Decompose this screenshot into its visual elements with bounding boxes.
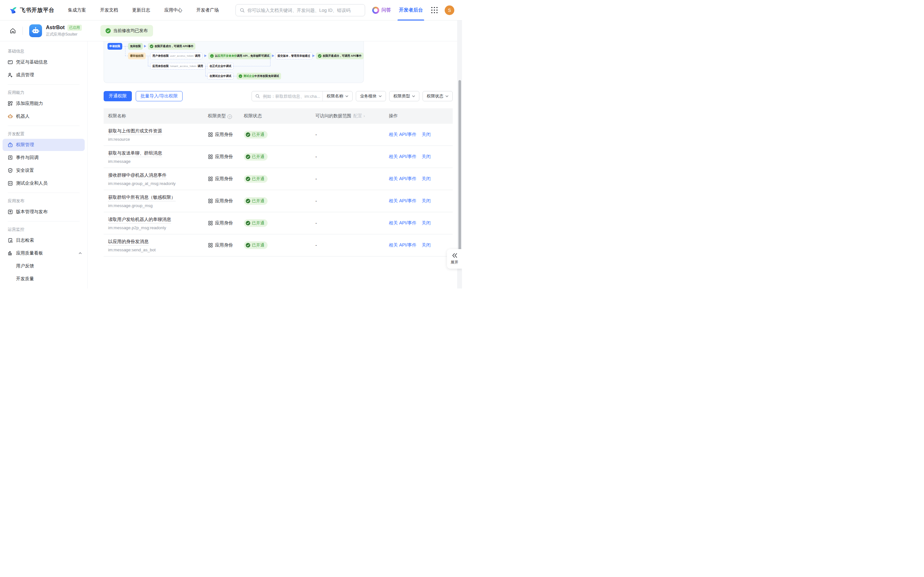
main-content: 申请权限 免审权限 权限开通成功，可调用 API/事件 需审核权限 用户身份权限… <box>87 41 462 288</box>
status-badge: 已开通 <box>244 175 268 183</box>
app-identity-icon <box>208 132 213 137</box>
check-circle-icon <box>246 155 250 159</box>
close-permission-link[interactable]: 关闭 <box>422 242 431 248</box>
add-capability-icon <box>8 101 13 106</box>
global-search-input[interactable] <box>247 8 361 13</box>
header-data-scope: 可访问的数据范围配置 › <box>315 113 389 119</box>
check-circle-icon <box>150 45 153 48</box>
sidebar-item-permissions[interactable]: 权限管理 <box>3 139 85 151</box>
permission-code: im:message.group_at_msg:readonly <box>108 181 208 186</box>
filter-business-module[interactable]: 业务模块 <box>356 91 386 101</box>
sidebar-item-bot[interactable]: 机器人 <box>3 110 85 122</box>
permission-code: im:resource <box>108 137 208 142</box>
sidebar-item-events[interactable]: 事件与回调 <box>3 152 85 164</box>
app-name: AstrBot <box>46 25 65 31</box>
flow-dev-debug: ‹› 以应用开发者身份调用 API，免审核即可调试 <box>208 53 271 59</box>
publish-status-banner: 当前修改均已发布 <box>100 25 153 37</box>
user-avatar[interactable]: S <box>445 5 454 15</box>
check-circle-icon <box>246 243 250 247</box>
batch-import-export-button[interactable]: 批量导入/导出权限 <box>136 91 183 101</box>
permission-name: 读取用户发给机器人的单聊消息 <box>108 217 171 223</box>
related-api-link[interactable]: 相关 API/事件 <box>389 220 417 226</box>
chevron-up-icon[interactable] <box>78 251 82 255</box>
flow-success-2: 权限开通成功，可调用 API/事件 <box>316 53 363 59</box>
close-permission-link[interactable]: 关闭 <box>422 132 431 137</box>
sidebar-item-add-capability[interactable]: 添加应用能力 <box>3 97 85 110</box>
close-permission-link[interactable]: 关闭 <box>422 220 431 226</box>
robot-app-icon <box>31 27 40 35</box>
developer-console-tab[interactable]: 开发者后台 <box>399 0 423 21</box>
app-identity-icon <box>208 176 213 181</box>
app-launcher-icon[interactable] <box>431 7 438 13</box>
data-scope: - <box>315 132 317 137</box>
permission-name: 获取与上传图片或文件资源 <box>108 128 162 135</box>
sidebar-item-quality-board[interactable]: 应用质量看板 <box>3 247 85 259</box>
status-badge: 已开通 <box>244 153 268 161</box>
global-search-box[interactable] <box>236 4 365 16</box>
sidebar-item-logs[interactable]: 日志检索 <box>3 234 85 247</box>
chart-icon <box>8 251 13 256</box>
section-dev-config: 开发配置 <box>8 131 79 137</box>
sidebar-item-release[interactable]: 版本管理与发布 <box>3 206 85 218</box>
sidebar-item-user-feedback[interactable]: 用户反馈 <box>3 260 85 272</box>
related-api-link[interactable]: 相关 API/事件 <box>389 154 417 160</box>
brand-logo[interactable]: 飞书开放平台 <box>9 6 55 15</box>
publish-status-text: 当前修改均已发布 <box>113 28 148 34</box>
nav-item-dev-plaza[interactable]: 开发者广场 <box>196 7 219 13</box>
expand-panel-button[interactable]: 展开 <box>447 249 462 269</box>
permissions-table: 权限名称 权限类型? 权限状态 可访问的数据范围配置 › 操作 获取与上传图片或… <box>103 108 453 256</box>
scope-config-link[interactable]: 配置 › <box>353 113 365 118</box>
permission-name: 获取与发送单聊、群组消息 <box>108 150 162 157</box>
data-scope: - <box>315 221 317 226</box>
filter-permission-status[interactable]: 权限状态 <box>423 91 453 101</box>
help-icon[interactable]: ? <box>228 114 232 119</box>
home-icon[interactable] <box>10 27 16 34</box>
active-tab-underline <box>397 19 424 21</box>
qa-link[interactable]: 问答 <box>372 7 391 14</box>
brand-name: 飞书开放平台 <box>20 6 55 14</box>
permission-flow-diagram: 申请权限 免审权限 权限开通成功，可调用 API/事件 需审核权限 用户身份权限… <box>103 41 364 83</box>
header-permission-type: 权限类型? <box>208 113 244 119</box>
nav-item-app-center[interactable]: 应用中心 <box>164 7 182 13</box>
check-circle-icon <box>318 54 321 58</box>
close-permission-link[interactable]: 关闭 <box>422 198 431 204</box>
open-permission-button[interactable]: 开通权限 <box>103 91 132 101</box>
check-circle-icon <box>246 177 250 181</box>
sidebar-item-dev-quality[interactable]: 开发质量 <box>3 273 85 285</box>
related-api-link[interactable]: 相关 API/事件 <box>389 176 417 182</box>
search-icon <box>255 93 260 99</box>
data-scope: - <box>315 198 317 203</box>
filter-permission-type[interactable]: 权限类型 <box>389 91 419 101</box>
flow-tenant-scope-box: 应用身份权限tenant_access_token调用 <box>150 63 205 69</box>
expand-label: 展开 <box>451 259 459 265</box>
nav-item-docs[interactable]: 开发文档 <box>100 7 118 13</box>
sidebar-item-security[interactable]: 安全设置 <box>3 164 85 177</box>
sidebar-item-credentials[interactable]: 凭证与基础信息 <box>3 56 85 68</box>
related-api-link[interactable]: 相关 API/事件 <box>389 198 417 204</box>
filter-permission-name[interactable]: 权限名称 <box>323 93 352 99</box>
related-api-link[interactable]: 相关 API/事件 <box>389 132 417 137</box>
status-badge: 已开通 <box>244 242 268 249</box>
permission-search-input[interactable] <box>263 94 320 99</box>
top-nav: 飞书开放平台 集成方案 开发文档 更新日志 应用中心 开发者广场 问答 开发者后… <box>0 0 462 21</box>
section-capabilities: 应用能力 <box>8 90 79 95</box>
sidebar-item-test-company[interactable]: 测试企业和人员 <box>3 177 85 189</box>
nav-item-changelog[interactable]: 更新日志 <box>132 7 150 13</box>
section-release: 应用发布 <box>8 198 79 204</box>
nav-item-integrations[interactable]: 集成方案 <box>68 7 86 13</box>
status-badge: 已开通 <box>244 219 268 227</box>
events-icon <box>8 155 13 160</box>
permission-type: 应用身份 <box>208 132 244 137</box>
arrow-icon <box>272 55 274 57</box>
flow-user-scope-box: 用户身份权限user_access_token调用 <box>150 53 202 59</box>
status-badge: 已开通 <box>244 131 268 139</box>
close-permission-link[interactable]: 关闭 <box>422 154 431 160</box>
permission-name: 以应用的身份发消息 <box>108 239 149 245</box>
app-subtitle: 正式应用@Soulter <box>46 32 82 37</box>
scrollbar-thumb[interactable] <box>459 80 461 263</box>
sidebar-item-members[interactable]: 成员管理 <box>3 69 85 81</box>
enabled-badge: 已启用 <box>67 25 82 31</box>
status-badge: 已开通 <box>244 197 268 205</box>
related-api-link[interactable]: 相关 API/事件 <box>389 242 417 248</box>
close-permission-link[interactable]: 关闭 <box>422 176 431 182</box>
